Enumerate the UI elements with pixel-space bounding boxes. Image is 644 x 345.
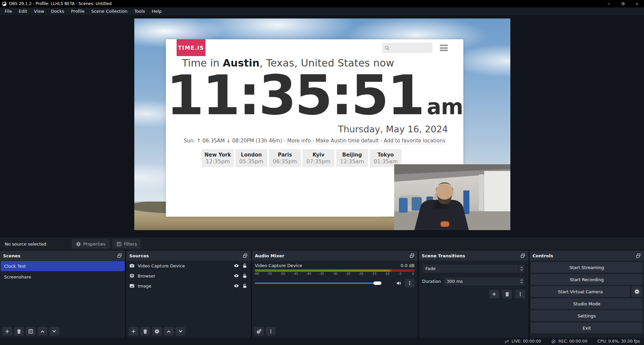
start-virtual-camera-button[interactable]: Start Virtual Camera (531, 286, 630, 297)
chevron-down-icon (178, 329, 183, 334)
menu-profile[interactable]: Profile (67, 7, 88, 15)
image-icon (129, 283, 135, 289)
scene-transitions-panel: Scene Transitions Fade Duration 300 ms (419, 251, 528, 338)
popout-icon[interactable] (242, 253, 248, 258)
volume-slider[interactable] (255, 280, 393, 286)
gear-icon (154, 329, 159, 334)
virtual-camera-settings-button[interactable] (631, 286, 643, 297)
source-row-video-capture[interactable]: Video Capture Device (126, 261, 251, 271)
advanced-audio-button[interactable] (254, 327, 264, 336)
sources-title: Sources (129, 253, 149, 258)
status-bar: LIVE: 00:00:00 REC: 00:00:00 CPU: 0.6%, … (0, 338, 644, 345)
remove-source-button[interactable] (140, 327, 150, 336)
source-status-text: No source selected (5, 242, 72, 247)
webcam-overlay[interactable] (394, 164, 510, 230)
source-row-browser[interactable]: Browser (126, 271, 251, 281)
trash-icon (143, 329, 148, 334)
source-properties-button[interactable] (152, 327, 162, 336)
scene-filters-button[interactable] (26, 327, 36, 336)
scene-move-up-button[interactable] (38, 327, 47, 336)
minimize-button[interactable] (602, 0, 616, 7)
source-context-toolbar: No source selected Properties Filters (0, 238, 644, 250)
lock-toggle[interactable] (242, 263, 247, 268)
scenes-title: Scenes (3, 253, 20, 258)
filter-icon (117, 242, 122, 247)
program-video-frame[interactable]: TIME.IS Time in Austin, Texas, United St… (134, 18, 510, 230)
popout-icon[interactable] (117, 253, 122, 258)
duration-input[interactable]: 300 ms (443, 277, 525, 286)
source-move-up-button[interactable] (164, 327, 174, 336)
trash-icon (16, 329, 21, 334)
lock-toggle[interactable] (242, 273, 247, 278)
start-recording-button[interactable]: Start Recording (531, 274, 643, 285)
volume-slider-handle[interactable] (373, 282, 381, 285)
lock-toggle[interactable] (242, 283, 247, 289)
live-status: LIVE: 00:00:00 (504, 339, 541, 344)
dock-panels: Scenes Clock Test Screenshare Sources Vi… (0, 251, 644, 338)
transition-options-button[interactable] (515, 290, 525, 298)
volume-meter (255, 269, 415, 272)
menu-tools[interactable]: Tools (131, 7, 148, 15)
chevron-up-icon (40, 329, 45, 334)
remove-scene-button[interactable] (14, 327, 24, 336)
transition-select[interactable]: Fade (422, 264, 525, 273)
source-row-image[interactable]: Image (126, 281, 251, 291)
popout-icon[interactable] (520, 253, 525, 258)
more-info-link: More info (287, 138, 311, 144)
clock-ampm: am (427, 94, 463, 119)
make-default-link: Make Austin time default (316, 138, 379, 144)
audio-mixer-panel: Audio Mixer Video Capture Device 0.0 dB … (252, 251, 418, 338)
visibility-toggle[interactable] (234, 263, 239, 268)
restore-button[interactable] (616, 0, 630, 7)
timeis-date: Thursday, May 16, 2024 (338, 124, 448, 134)
menu-view[interactable]: View (31, 7, 48, 15)
add-source-button[interactable] (129, 327, 138, 336)
menu-docks[interactable]: Docks (48, 7, 67, 15)
source-move-down-button[interactable] (176, 327, 185, 336)
exit-button[interactable]: Exit (531, 322, 643, 333)
chevron-up-icon (166, 329, 171, 334)
add-favorite-link: Add to favorite locations (384, 138, 446, 144)
popout-icon[interactable] (636, 253, 641, 258)
gear-icon (76, 242, 81, 247)
mixer-options-button[interactable] (405, 279, 415, 288)
add-scene-button[interactable] (2, 327, 12, 336)
rec-status: REC: 00:00:00 (551, 339, 587, 344)
add-transition-button[interactable] (489, 290, 499, 298)
duration-spinner[interactable] (518, 279, 525, 284)
cpu-fps-status: CPU: 0.6%, 30.00 fps (597, 339, 640, 344)
menu-bar: File Edit View Docks Profile Scene Colle… (0, 7, 644, 15)
timeis-search-box (382, 43, 432, 53)
filters-button[interactable]: Filters (112, 239, 141, 249)
popout-icon[interactable] (409, 253, 415, 258)
mixer-menu-button[interactable] (266, 327, 276, 336)
city-box: Paris06:35pm (269, 149, 301, 167)
menu-file[interactable]: File (1, 7, 15, 15)
scene-move-down-button[interactable] (49, 327, 59, 336)
select-spinner[interactable] (518, 264, 525, 273)
filter-icon (28, 329, 33, 334)
speaker-icon[interactable] (396, 281, 402, 286)
plus-icon (131, 329, 136, 334)
start-streaming-button[interactable]: Start Streaming (531, 262, 643, 273)
scene-item-screenshare[interactable]: Screenshare (1, 272, 125, 282)
menu-edit[interactable]: Edit (15, 7, 31, 15)
settings-button[interactable]: Settings (531, 310, 643, 321)
remove-transition-button[interactable] (502, 290, 512, 298)
city-box: London05:35pm (235, 149, 267, 167)
menu-help[interactable]: Help (148, 7, 165, 15)
chevron-down-icon (52, 329, 57, 334)
menu-scene-collection[interactable]: Scene Collection (88, 7, 131, 15)
visibility-toggle[interactable] (234, 283, 239, 289)
visibility-toggle[interactable] (234, 273, 239, 278)
scene-item-clock-test[interactable]: Clock Test (1, 261, 125, 271)
plus-icon (5, 329, 10, 334)
studio-mode-button[interactable]: Studio Mode (531, 298, 643, 309)
rec-off-icon (551, 339, 556, 344)
mixer-level-db: 0.0 dB (401, 263, 415, 268)
preview-canvas[interactable]: TIME.IS Time in Austin, Texas, United St… (0, 15, 644, 238)
globe-icon (129, 273, 135, 278)
properties-button[interactable]: Properties (72, 239, 109, 249)
close-button[interactable] (630, 0, 644, 7)
kebab-icon (268, 329, 273, 334)
